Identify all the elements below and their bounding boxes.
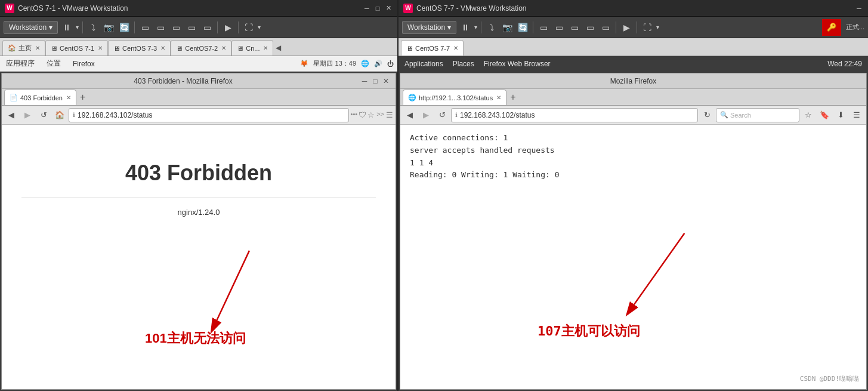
- tab-centos77-close[interactable]: ✕: [453, 45, 458, 51]
- ff-minimize-left[interactable]: ─: [360, 77, 369, 85]
- fullscreen-dropdown-r[interactable]: ▾: [656, 24, 659, 30]
- dropdown-arrow-icon: ▾: [49, 23, 52, 32]
- sep3r: [616, 21, 616, 33]
- more-options-icon[interactable]: •••: [351, 110, 358, 119]
- terminal-icon-r[interactable]: ▶: [620, 21, 633, 34]
- view3-icon-r[interactable]: ▭: [568, 21, 581, 34]
- right-corner-btn[interactable]: 🔑: [822, 19, 841, 36]
- tab-centos77[interactable]: 🖥 CentOS 7-7 ✕: [401, 40, 464, 56]
- tab-cn-close[interactable]: ✕: [263, 45, 268, 51]
- firefox-menu-item[interactable]: Firefox Web Browser: [484, 60, 551, 68]
- view5-icon-r[interactable]: ▭: [599, 21, 612, 34]
- tab-centos71-label: CentOS 7-1: [60, 45, 94, 52]
- fullscreen-icon-r[interactable]: ⛶: [641, 21, 654, 34]
- maximize-button[interactable]: □: [373, 4, 382, 13]
- pause-button-right[interactable]: ⏸: [459, 21, 472, 34]
- tab-home-close[interactable]: ✕: [35, 45, 40, 51]
- view4-icon[interactable]: ▭: [185, 21, 198, 34]
- right-vmware-window: W CentOS 7-7 - VMware Workstation ─ Work…: [399, 0, 868, 391]
- ff-tab-403[interactable]: 📄 403 Forbidden ✕: [4, 90, 76, 105]
- annotation-107-label: 107主机可以访问: [538, 321, 640, 341]
- pause-dropdown-left[interactable]: ▾: [76, 24, 79, 30]
- ff-tab-status[interactable]: 🌐 http://192.1...3.102/status ✕: [403, 90, 506, 105]
- tab-cn[interactable]: 🖥 Cn... ✕: [231, 40, 273, 56]
- view2-icon-r[interactable]: ▭: [552, 21, 566, 34]
- pause-dropdown-right[interactable]: ▾: [474, 24, 477, 30]
- pause-button-left[interactable]: ⏸: [60, 21, 73, 34]
- tab-centos71[interactable]: 🖥 CentOS 7-1 ✕: [45, 40, 108, 56]
- reload-button[interactable]: ↺: [36, 108, 51, 122]
- forward-button-r[interactable]: ▶: [419, 108, 433, 122]
- view4-icon-r[interactable]: ▭: [583, 21, 597, 34]
- view2-icon[interactable]: ▭: [154, 21, 167, 34]
- bookmark-btn-r[interactable]: 🔖: [817, 108, 832, 122]
- menu-places[interactable]: 位置: [44, 57, 63, 70]
- workstation-menu-right[interactable]: Workstation ▾: [402, 21, 456, 34]
- bookmark-star-r[interactable]: ☆: [801, 108, 816, 122]
- tab-cn-label: Cn...: [246, 45, 260, 52]
- left-win-controls[interactable]: ─ □ ✕: [363, 4, 393, 13]
- tab-centos71-close[interactable]: ✕: [98, 45, 103, 51]
- home-button[interactable]: 🏠: [52, 108, 67, 122]
- url-bar-left[interactable]: ℹ 192.168.243.102/status: [69, 108, 349, 122]
- url-bar-right[interactable]: ℹ 192.168.243.102/status: [451, 108, 698, 122]
- ff-content-right: Active connections: 1 server accepts han…: [400, 125, 866, 389]
- right-vmware-toolbar: Workstation ▾ ⏸ ▾ ⤵ 📷 🔄 ▭ ▭ ▭ ▭ ▭ ▶ ⛶ ▾ …: [399, 17, 868, 38]
- info-icon: ℹ: [73, 112, 75, 118]
- tab-centos72[interactable]: 🖥 CentOS7-2 ✕: [171, 40, 231, 56]
- menu-btn-r[interactable]: ☰: [850, 108, 864, 122]
- bookmark-shield-icon[interactable]: 🛡: [359, 110, 366, 119]
- right-win-controls[interactable]: ─: [855, 4, 863, 13]
- ff-tab-close[interactable]: ✕: [66, 94, 71, 101]
- back-button[interactable]: ◀: [4, 108, 18, 122]
- minimize-button[interactable]: ─: [363, 4, 371, 13]
- tab-scroll-left[interactable]: ◀: [273, 40, 283, 56]
- left-time-info: 🦊 星期四 13：49 🌐 🔊 ⏻: [300, 59, 394, 68]
- applications-menu[interactable]: Applications: [404, 60, 443, 68]
- snapshot2-icon[interactable]: 🔄: [118, 21, 131, 34]
- minimize-button-right[interactable]: ─: [855, 4, 863, 13]
- star-icon[interactable]: ☆: [367, 110, 375, 119]
- tab-home[interactable]: 🏠 主页 ✕: [2, 40, 45, 56]
- nav-menu-icon[interactable]: ☰: [386, 110, 393, 119]
- send-vm-icon-r[interactable]: ⤵: [485, 21, 498, 34]
- reload-button-r[interactable]: ↺: [435, 108, 449, 122]
- view3-icon[interactable]: ▭: [169, 21, 183, 34]
- right-title-bar: W CentOS 7-7 - VMware Workstation ─: [399, 0, 868, 17]
- menu-firefox[interactable]: Firefox: [70, 59, 97, 69]
- workstation-menu-left[interactable]: Workstation ▾: [4, 21, 58, 34]
- home-icon: 🏠: [8, 44, 16, 52]
- menu-apps[interactable]: 应用程序: [4, 57, 37, 70]
- back-button-r[interactable]: ◀: [403, 108, 417, 122]
- ff-maximize-left[interactable]: □: [370, 77, 380, 85]
- fullscreen-icon[interactable]: ⛶: [242, 21, 255, 34]
- view1-icon[interactable]: ▭: [138, 21, 152, 34]
- places-menu[interactable]: Places: [453, 60, 474, 68]
- download-btn-r[interactable]: ⬇: [833, 108, 848, 122]
- terminal-icon[interactable]: ▶: [221, 21, 234, 34]
- snapshot-icon[interactable]: 📷: [102, 21, 115, 34]
- tab-centos73[interactable]: 🖥 CentOS 7-3 ✕: [108, 40, 171, 56]
- url-text-left: 192.168.243.102/status: [78, 111, 345, 119]
- nav-arrows-icon[interactable]: >>: [376, 110, 384, 119]
- tab-centos73-close[interactable]: ✕: [160, 45, 165, 51]
- snap2-icon-r[interactable]: 🔄: [516, 21, 529, 34]
- snap-icon-r[interactable]: 📷: [501, 21, 514, 34]
- nav-extra-left: >> ☰: [376, 110, 393, 119]
- ff-close-left[interactable]: ✕: [381, 77, 391, 85]
- ff-new-tab-btn[interactable]: +: [76, 90, 89, 105]
- fullscreen-dropdown[interactable]: ▾: [258, 24, 261, 30]
- search-box-right[interactable]: 🔍 Search: [716, 108, 799, 122]
- close-button[interactable]: ✕: [384, 4, 393, 13]
- forbidden-page: 403 Forbidden nginx/1.24.0: [2, 125, 396, 217]
- view5-icon[interactable]: ▭: [200, 21, 214, 34]
- forward-button[interactable]: ▶: [20, 108, 35, 122]
- refresh-button-r[interactable]: ↻: [700, 108, 714, 122]
- url-actions-left: ••• 🛡 ☆: [351, 110, 375, 119]
- tab-centos72-close[interactable]: ✕: [221, 45, 226, 51]
- ff-tab-close-r[interactable]: ✕: [496, 94, 501, 101]
- view1-icon-r[interactable]: ▭: [537, 21, 550, 34]
- ff-new-tab-btn-r[interactable]: +: [506, 90, 519, 105]
- send-to-vm-icon[interactable]: ⤵: [87, 21, 100, 34]
- firefox-win-controls-left[interactable]: ─ □ ✕: [360, 77, 391, 85]
